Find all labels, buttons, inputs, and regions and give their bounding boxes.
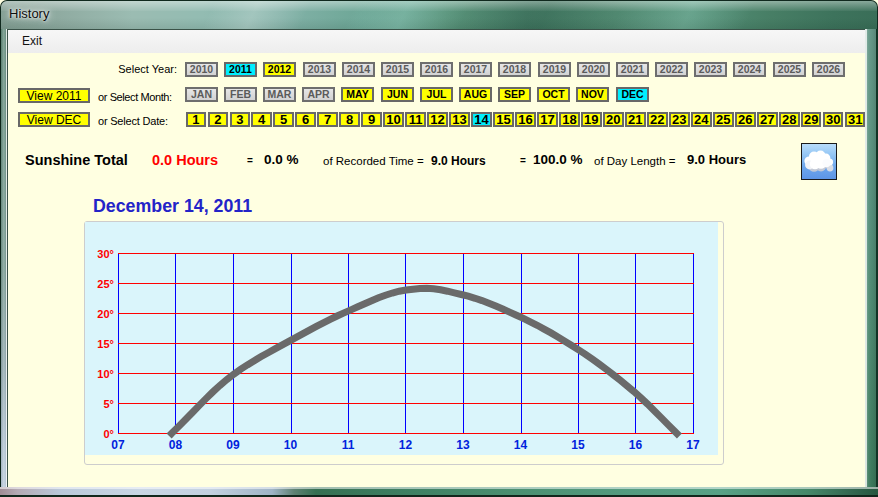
svg-text:12: 12 <box>399 438 413 452</box>
svg-text:13: 13 <box>456 438 470 452</box>
svg-text:09: 09 <box>226 438 240 452</box>
svg-text:30°: 30° <box>97 248 114 260</box>
svg-text:20°: 20° <box>97 308 114 320</box>
svg-text:07: 07 <box>111 438 125 452</box>
svg-text:15°: 15° <box>97 338 114 350</box>
svg-text:08: 08 <box>169 438 183 452</box>
svg-text:15: 15 <box>571 438 585 452</box>
svg-text:10°: 10° <box>97 368 114 380</box>
svg-text:10: 10 <box>284 438 298 452</box>
svg-text:16: 16 <box>629 438 643 452</box>
svg-text:14: 14 <box>514 438 528 452</box>
svg-text:17: 17 <box>686 438 700 452</box>
svg-text:5°: 5° <box>103 398 114 410</box>
svg-text:11: 11 <box>342 438 355 452</box>
svg-text:25°: 25° <box>97 278 114 290</box>
